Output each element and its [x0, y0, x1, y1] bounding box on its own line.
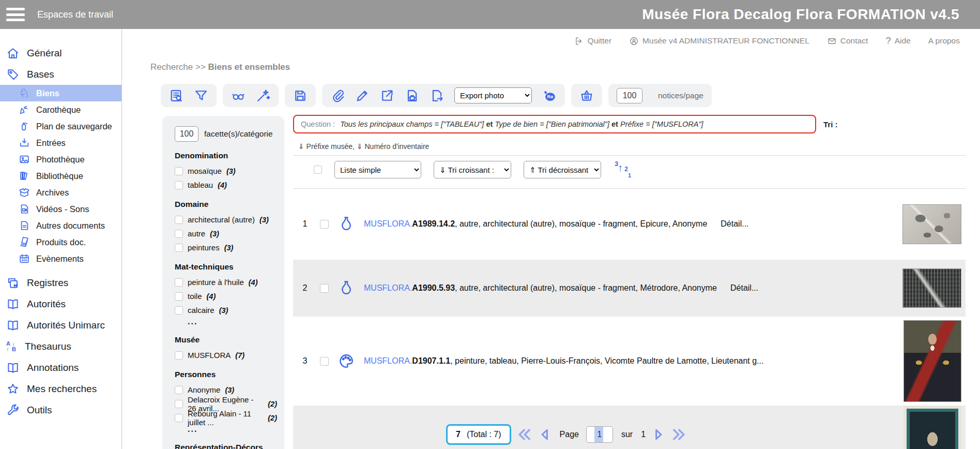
sidebar-item-registres[interactable]: Registres	[0, 272, 121, 293]
facet-item: MUSFLORA(7)	[175, 348, 277, 362]
facet-checkbox[interactable]	[175, 400, 183, 408]
result-thumbnail[interactable]	[904, 320, 961, 402]
facets-per-category-input[interactable]	[175, 126, 198, 142]
record-link[interactable]: MUSFLORA.	[364, 283, 412, 292]
magic-wand-icon[interactable]	[256, 88, 270, 103]
registers-icon	[6, 276, 20, 290]
first-page-icon[interactable]	[516, 427, 532, 442]
search-query-box: Question : Tous les principaux champs = …	[293, 115, 816, 133]
page-number-input[interactable]	[586, 426, 613, 443]
row-number: 2	[297, 283, 313, 293]
record-link[interactable]: MUSFLORA.	[364, 219, 412, 228]
sidebar-item-evenements[interactable]: Evènements	[0, 250, 121, 267]
calendar-icon	[19, 253, 30, 264]
sort-descending-select[interactable]: ⇑ Tri décroissant :	[524, 161, 601, 178]
sidebar-item-bases[interactable]: Bases	[0, 64, 121, 85]
facet-item: peintures(3)	[175, 241, 277, 255]
facet-checkbox[interactable]	[175, 414, 183, 422]
sidebar-item-thesaurus[interactable]: A↓ ↑B Thesaurus	[0, 336, 121, 357]
facet-checkbox[interactable]	[175, 306, 183, 315]
image-icon	[19, 154, 30, 165]
record-link[interactable]: MUSFLORA.	[364, 356, 412, 365]
sidebar-item-bibliotheque[interactable]: Bibliothèque	[0, 168, 121, 184]
toolbar: Export photo Re notices/page	[161, 84, 712, 107]
numeric-sort-icon[interactable]: 3 ↑ 2 1	[614, 161, 631, 178]
sidebar-item-entrees[interactable]: Entrées	[0, 134, 121, 151]
sidebar-item-mes-recherches[interactable]: Mes recherches	[0, 378, 121, 399]
external-link-icon[interactable]	[380, 88, 394, 103]
facet-checkbox[interactable]	[175, 181, 183, 189]
row-checkbox[interactable]	[320, 220, 329, 229]
facet-checkbox[interactable]	[175, 167, 183, 175]
sidebar-item-videos-sons[interactable]: Vidéos - Sons	[0, 201, 121, 217]
facet-checkbox[interactable]	[175, 244, 183, 252]
basket-icon[interactable]	[579, 88, 594, 103]
facet-more-button[interactable]: ...	[175, 317, 277, 327]
sidebar-item-produits-doc[interactable]: Produits doc.	[0, 234, 121, 250]
sidebar-item-outils[interactable]: Outils	[0, 399, 121, 421]
detail-link[interactable]: Détail...	[721, 219, 748, 228]
list-search-icon[interactable]	[169, 88, 183, 103]
sidebar-item-autres-documents[interactable]: Autres documents	[0, 217, 121, 234]
sidebar-item-plan-sauvegarde[interactable]: Plan de sauvegarde	[0, 118, 121, 134]
facet-checkbox[interactable]	[175, 351, 183, 360]
last-page-icon[interactable]	[671, 427, 687, 442]
video-file-icon	[19, 203, 30, 215]
save-icon[interactable]	[293, 88, 308, 103]
next-page-icon[interactable]	[651, 427, 666, 442]
facet-group-musee: Musée MUSFLORA(7)	[175, 335, 277, 362]
notices-per-page-label: notices/page	[658, 91, 703, 100]
select-all-checkbox[interactable]	[314, 166, 322, 174]
export-document-icon[interactable]	[430, 88, 444, 103]
sidebar-item-general[interactable]: Général	[0, 42, 121, 64]
open-book-icon	[6, 319, 20, 332]
toolbar-group-notices: notices/page	[608, 84, 712, 107]
sidebar-item-biens[interactable]: ♘ Biens	[0, 85, 121, 101]
result-text: MUSFLORA.A1990.5.93, autre, architectura…	[364, 283, 894, 293]
facet-checkbox[interactable]	[175, 216, 183, 224]
sidebar-item-carotheque[interactable]: Carothèque	[0, 101, 121, 118]
quit-button[interactable]: Quitter	[574, 36, 612, 46]
detail-link[interactable]: Détail...	[730, 283, 758, 292]
facet-item: tableau(4)	[175, 178, 277, 192]
paperclip-icon[interactable]	[330, 88, 345, 103]
pencil-icon[interactable]	[355, 88, 370, 103]
filter-icon[interactable]	[194, 88, 208, 103]
toolbar-group-save	[285, 84, 316, 107]
recolnat-bee-icon[interactable]: Re	[542, 88, 557, 103]
notices-per-page-input[interactable]	[617, 88, 642, 103]
previous-page-icon[interactable]	[537, 427, 553, 442]
facet-group-denomination: Denomination mosaïque(3) tableau(4)	[175, 151, 277, 192]
sidebar-item-autorites[interactable]: Autorités	[0, 293, 121, 315]
export-photo-select[interactable]: Export photo	[454, 87, 532, 103]
facet-checkbox[interactable]	[175, 386, 183, 394]
sidebar-item-archives[interactable]: Archives	[0, 184, 121, 201]
row-checkbox[interactable]	[320, 357, 329, 366]
result-thumbnail[interactable]	[902, 268, 961, 308]
pagination-bar: 7 (Total : 7) Page sur 1	[446, 424, 687, 445]
glasses-icon[interactable]	[231, 88, 246, 103]
print-document-icon[interactable]	[405, 88, 419, 103]
utility-bar: Quitter Musée v4 ADMINISTRATEUR FONCTION…	[574, 35, 960, 47]
facet-checkbox[interactable]	[175, 278, 183, 287]
sidebar-item-annotations[interactable]: Annotations	[0, 357, 121, 378]
sort-ascending-select[interactable]: ⇓ Tri croissant :	[434, 161, 511, 178]
result-thumbnail[interactable]	[904, 406, 961, 449]
of-label: sur	[621, 430, 633, 439]
toolbar-group-actions: Export photo Re	[322, 84, 565, 107]
sidebar-item-autorites-unimarc[interactable]: Autorités Unimarc	[0, 315, 121, 336]
sidebar-item-phototheque[interactable]: Photothèque	[0, 151, 121, 168]
facet-checkbox[interactable]	[175, 292, 183, 301]
about-button[interactable]: A propos	[928, 36, 960, 46]
current-user[interactable]: Musée v4 ADMINISTRATEUR FONCTIONNEL	[629, 36, 809, 46]
view-mode-select[interactable]: Liste simple	[334, 161, 421, 178]
contact-button[interactable]: Contact	[827, 36, 868, 46]
workspace-label[interactable]: Espaces de travail	[37, 9, 113, 20]
hamburger-menu-icon[interactable]	[6, 8, 25, 21]
facet-checkbox[interactable]	[175, 230, 183, 238]
facet-item: architectural (autre)(3)	[175, 213, 277, 227]
row-checkbox[interactable]	[320, 284, 329, 293]
page-label: Page	[560, 430, 579, 439]
result-thumbnail[interactable]	[902, 204, 961, 244]
help-button[interactable]: ? Aide	[885, 35, 911, 47]
